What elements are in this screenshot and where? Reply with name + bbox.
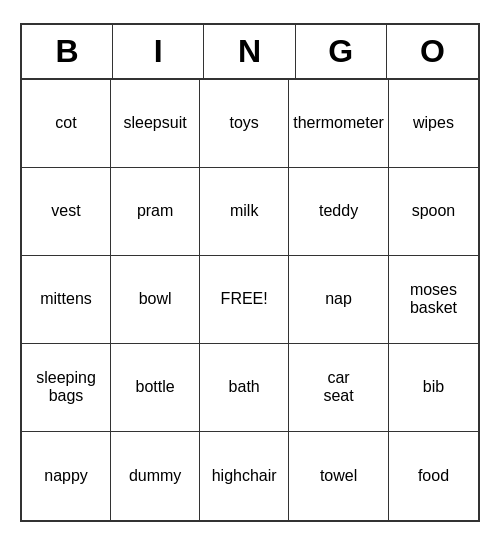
bingo-cell: cot [22,80,111,168]
bingo-cell: sleepingbags [22,344,111,432]
header-letter: B [22,25,113,78]
cell-text: towel [320,467,357,485]
cell-text: sleepingbags [36,369,96,405]
bingo-cell: sleepsuit [111,80,200,168]
cell-text: toys [230,114,259,132]
bingo-cell: pram [111,168,200,256]
bingo-cell: teddy [289,168,389,256]
bingo-cell: spoon [389,168,478,256]
cell-text: mittens [40,290,92,308]
bingo-cell: nap [289,256,389,344]
cell-text: carseat [323,369,353,405]
cell-text: mosesbasket [410,281,457,317]
bingo-cell: food [389,432,478,520]
bingo-cell: bowl [111,256,200,344]
cell-text: sleepsuit [124,114,187,132]
cell-text: bottle [136,378,175,396]
cell-text: dummy [129,467,181,485]
cell-text: FREE! [221,290,268,308]
cell-text: cot [55,114,76,132]
cell-text: highchair [212,467,277,485]
bingo-grid: cotsleepsuittoysthermometerwipesvestpram… [22,80,478,520]
header-letter: N [204,25,295,78]
bingo-cell: dummy [111,432,200,520]
bingo-cell: vest [22,168,111,256]
cell-text: food [418,467,449,485]
cell-text: vest [51,202,80,220]
cell-text: spoon [412,202,456,220]
cell-text: bath [229,378,260,396]
cell-text: pram [137,202,173,220]
bingo-cell: bath [200,344,289,432]
bingo-cell: bib [389,344,478,432]
header-letter: G [296,25,387,78]
cell-text: bowl [139,290,172,308]
cell-text: wipes [413,114,454,132]
cell-text: nappy [44,467,88,485]
bingo-cell: carseat [289,344,389,432]
bingo-cell: towel [289,432,389,520]
bingo-cell: thermometer [289,80,389,168]
cell-text: teddy [319,202,358,220]
header-letter: I [113,25,204,78]
bingo-cell: wipes [389,80,478,168]
bingo-cell: bottle [111,344,200,432]
bingo-card: BINGO cotsleepsuittoysthermometerwipesve… [20,23,480,522]
header-letter: O [387,25,478,78]
bingo-cell: FREE! [200,256,289,344]
cell-text: milk [230,202,258,220]
bingo-cell: mosesbasket [389,256,478,344]
bingo-cell: highchair [200,432,289,520]
bingo-cell: milk [200,168,289,256]
cell-text: nap [325,290,352,308]
bingo-header: BINGO [22,25,478,80]
cell-text: thermometer [293,114,384,132]
bingo-cell: toys [200,80,289,168]
bingo-cell: nappy [22,432,111,520]
cell-text: bib [423,378,444,396]
bingo-cell: mittens [22,256,111,344]
